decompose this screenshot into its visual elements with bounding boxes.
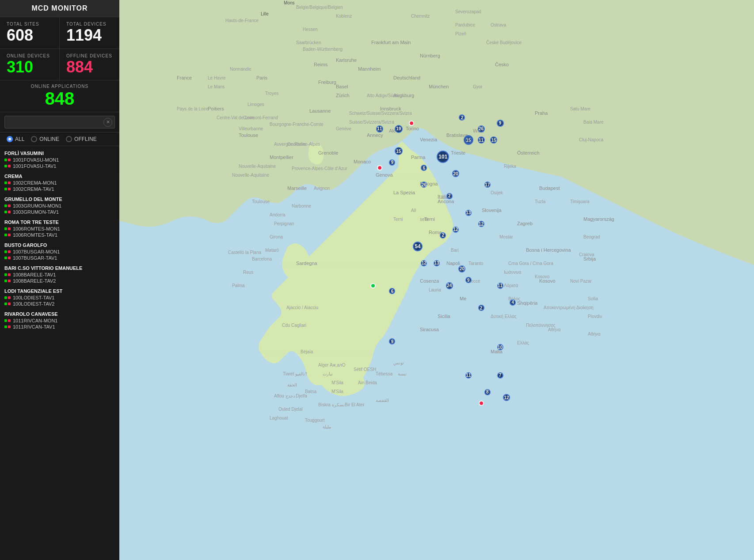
device-indicator — [4, 182, 11, 184]
svg-text:Ostrava: Ostrava — [491, 23, 506, 27]
device-item[interactable]: 1011RIVCAN-MON1 — [4, 318, 115, 324]
search-input[interactable] — [4, 116, 115, 129]
site-name: GRUMELLO DEL MONTE — [4, 197, 115, 202]
device-indicator — [4, 325, 11, 328]
svg-text:Bosna i Hercegovina: Bosna i Hercegovina — [526, 247, 571, 253]
site-group[interactable]: BUSTO GAROLFO1007BUSGAR-MON11007BUSGAR-T… — [0, 240, 119, 263]
device-item[interactable]: 1003GRUMON-MON1 — [4, 203, 115, 209]
svg-text:M'Sila: M'Sila — [331, 389, 343, 394]
svg-text:Genova: Genova — [376, 172, 393, 178]
svg-text:القفصة: القفصة — [376, 398, 389, 403]
site-group[interactable]: GRUMELLO DEL MONTE1003GRUMON-MON11003GRU… — [0, 194, 119, 217]
filter-all-radio[interactable] — [7, 136, 13, 142]
device-item[interactable]: 1011RIVCAN-TAV1 — [4, 324, 115, 330]
filter-all[interactable]: ALL — [7, 136, 24, 142]
device-indicator — [4, 204, 11, 207]
device-item[interactable]: 1008BARELE-TAV2 — [4, 278, 115, 284]
site-group[interactable]: CREMA1002CREMA-MON11002CREMA-TAV1 — [0, 171, 119, 194]
device-item[interactable]: 1001FOVASU-TAV1 — [4, 163, 115, 169]
status-dot-green — [4, 211, 7, 213]
svg-text:Ain Beida: Ain Beida — [358, 380, 377, 385]
total-sites-value: 608 — [7, 26, 53, 44]
device-label: 1011RIVCAN-TAV1 — [13, 324, 55, 329]
site-group[interactable]: FORLÌ VASUMINI1001FOVASU-MON11001FOVASU-… — [0, 148, 119, 171]
device-item[interactable]: 100LODIEST-TAV1 — [4, 295, 115, 301]
device-item[interactable]: 1007BUSGAR-TAV1 — [4, 255, 115, 261]
svg-text:Slovenija: Slovenija — [482, 208, 502, 213]
filter-offline[interactable]: OFFLINE — [66, 136, 97, 142]
site-group[interactable]: ROMA TOR TRE TESTE1006ROMTES-MON11006ROM… — [0, 217, 119, 240]
svg-text:Perpignan: Perpignan — [274, 221, 294, 226]
site-name: BARI C.SO VITTORIO EMANUELE — [4, 265, 115, 271]
svg-text:Barcelona: Barcelona — [252, 257, 272, 261]
device-label: 1008BARELE-TAV1 — [13, 272, 56, 277]
filter-online-label: ONLINE — [39, 136, 59, 142]
filter-offline-radio[interactable] — [66, 136, 72, 142]
search-clear-button[interactable]: ✕ — [103, 118, 112, 127]
site-group[interactable]: RIVAROLO CANAVESE1011RIVCAN-MON11011RIVC… — [0, 309, 119, 332]
status-dot-red — [8, 211, 11, 213]
svg-text:تبسة: تبسة — [398, 371, 407, 376]
device-item[interactable]: 1003GRUMON-TAV1 — [4, 209, 115, 215]
svg-text:Gyor: Gyor — [473, 84, 483, 89]
svg-text:Pardubice: Pardubice — [455, 23, 475, 27]
status-dot-red — [8, 227, 11, 230]
svg-text:Roma: Roma — [429, 230, 442, 235]
svg-text:seto: seto — [420, 217, 428, 222]
device-indicator — [4, 227, 11, 230]
device-indicator — [4, 303, 11, 305]
svg-text:Sofia: Sofia — [588, 296, 598, 301]
status-dot-red — [8, 303, 11, 305]
sites-list[interactable]: FORLÌ VASUMINI1001FOVASU-MON11001FOVASU-… — [0, 146, 119, 560]
svg-text:Αθήνα: Αθήνα — [548, 327, 561, 332]
device-indicator — [4, 280, 11, 282]
svg-text:Beograd: Beograd — [583, 235, 600, 239]
device-item[interactable]: 1006ROMTES-TAV1 — [4, 232, 115, 238]
device-item[interactable]: 1002CREMA-MON1 — [4, 180, 115, 186]
svg-text:Siracusa: Siracusa — [420, 327, 439, 332]
device-item[interactable]: 1006ROMTES-MON1 — [4, 226, 115, 232]
svg-text:Grenoble: Grenoble — [318, 150, 338, 155]
svg-text:Marseille: Marseille — [287, 185, 307, 191]
svg-text:Montpellier: Montpellier — [270, 155, 293, 160]
device-label: 1003GRUMON-TAV1 — [13, 209, 59, 215]
online-devices-value: 310 — [7, 58, 53, 76]
svg-text:Ελλάς: Ελλάς — [517, 341, 529, 345]
device-item[interactable]: 1002CREMA-TAV1 — [4, 186, 115, 192]
svg-text:Tébessa: Tébessa — [376, 371, 393, 376]
svg-text:Castelló la Plana: Castelló la Plana — [228, 250, 261, 255]
device-label: 1001FOVASU-TAV1 — [13, 163, 56, 169]
svg-text:Tuzla: Tuzla — [535, 199, 546, 204]
svg-text:Basel: Basel — [336, 84, 348, 89]
svg-text:Lauria: Lauria — [429, 288, 441, 292]
filter-online[interactable]: ONLINE — [31, 136, 59, 142]
svg-text:Karlsruhe: Karlsruhe — [336, 57, 357, 63]
offline-devices-box: OFFLINE DEVICES 884 — [60, 49, 119, 80]
svg-text:Ancona: Ancona — [438, 199, 454, 204]
status-dot-green — [4, 273, 7, 276]
device-label: 100LODIEST-TAV2 — [13, 301, 54, 306]
device-item[interactable]: 100LODIEST-TAV2 — [4, 301, 115, 307]
svg-text:Severozapad: Severozapad — [455, 9, 481, 14]
status-dot-green — [4, 250, 7, 253]
site-group[interactable]: BARI C.SO VITTORIO EMANUELE1008BARELE-TA… — [0, 263, 119, 286]
device-item[interactable]: 1008BARELE-TAV1 — [4, 272, 115, 278]
svg-text:Magyarország: Magyarország — [583, 216, 614, 222]
site-group[interactable]: LODI TANGENZIALE EST100LODIEST-TAV1100LO… — [0, 286, 119, 309]
device-label: 1002CREMA-MON1 — [13, 180, 57, 185]
site-name: BUSTO GAROLFO — [4, 242, 115, 248]
svg-text:Mostar: Mostar — [499, 235, 513, 239]
filter-online-radio[interactable] — [31, 136, 37, 142]
device-indicator — [4, 296, 11, 299]
svg-text:Zürich: Zürich — [336, 93, 350, 98]
map-area: France Deutschland Česko Italia Österrei… — [119, 0, 754, 560]
svg-text:Toulouse: Toulouse — [252, 199, 270, 204]
svg-text:Praha: Praha — [535, 110, 548, 116]
svg-text:Baden-Württemberg: Baden-Württemberg — [303, 47, 343, 52]
status-dot-green — [4, 280, 7, 282]
status-dot-green — [4, 159, 7, 161]
device-item[interactable]: 1007BUSGAR-MON1 — [4, 249, 115, 255]
device-item[interactable]: 1001FOVASU-MON1 — [4, 157, 115, 163]
svg-text:Österreich: Österreich — [517, 150, 540, 155]
svg-text:Baia Mare: Baia Mare — [583, 120, 604, 125]
